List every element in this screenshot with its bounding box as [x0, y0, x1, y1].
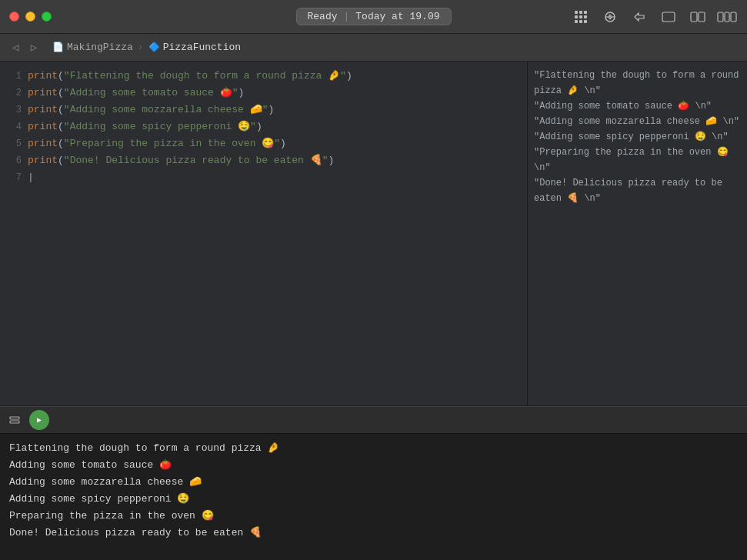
line-num-2: 2 [0, 85, 28, 102]
minimize-button[interactable] [25, 12, 35, 22]
title-bar: Ready | Today at 19.09 [0, 0, 747, 34]
status-divider: | [343, 11, 349, 22]
split-panel-button[interactable] [687, 8, 709, 25]
console-line-6: Done! Delicious pizza ready to be eaten … [9, 525, 738, 542]
output-line-5: "Preparing the pizza in the oven 😋 \n" [534, 145, 741, 175]
line-num-3: 3 [0, 102, 28, 118]
line-numbers: 1 2 3 4 5 6 7 [0, 62, 28, 405]
code-line-2: print("Adding some tomato sauce 🍅") [28, 85, 527, 102]
svg-rect-3 [691, 12, 697, 22]
line-num-4: 4 [0, 118, 28, 135]
nav-forward-button[interactable]: ▷ [26, 40, 42, 55]
svg-rect-2 [662, 12, 675, 22]
svg-rect-4 [699, 12, 705, 22]
output-line-4: "Adding some spicy pepperoni 🤤 \n" [534, 129, 741, 145]
breadcrumb-makingpizza[interactable]: 📄 MakingPizza [52, 42, 133, 53]
status-pill: Ready | Today at 19.09 [295, 8, 451, 25]
code-line-7 [28, 169, 527, 186]
code-panel[interactable]: 1 2 3 4 5 6 7 print("Flattening the doug… [0, 62, 528, 405]
console-line-3: Adding some mozzarella cheese 🧀 [9, 474, 738, 491]
function-icon: 🔷 [148, 42, 160, 53]
console-content: Flattening the dough to form a round piz… [0, 434, 747, 560]
svg-rect-6 [725, 12, 729, 22]
code-line-1: print("Flattening the dough to form a ro… [28, 68, 527, 85]
breadcrumb-makingpizza-label: MakingPizza [67, 42, 133, 53]
main-content: 1 2 3 4 5 6 7 print("Flattening the doug… [0, 62, 747, 560]
breadcrumb-pizzafunction-label: PizzaFunction [163, 42, 241, 53]
maximize-button[interactable] [42, 12, 52, 22]
breadcrumb-bar: ◁ ▷ 📄 MakingPizza › 🔷 PizzaFunction [0, 34, 747, 62]
line-num-1: 1 [0, 68, 28, 85]
console-line-4: Adding some spicy pepperoni 🤤 [9, 491, 738, 508]
editor-area: 1 2 3 4 5 6 7 print("Flattening the doug… [0, 62, 747, 406]
triple-panel-button[interactable] [716, 8, 738, 25]
nav-back-button[interactable]: ◁ [8, 40, 23, 55]
file-icon: 📄 [52, 42, 64, 53]
output-line-3: "Adding some mozzarella cheese 🧀 \n" [534, 114, 741, 129]
status-label: Ready [307, 11, 337, 22]
output-line-1: "Flattening the dough to form a round pi… [534, 68, 741, 98]
line-num-7: 7 [0, 169, 28, 186]
code-content[interactable]: print("Flattening the dough to form a ro… [28, 62, 527, 405]
breadcrumb-nav: ◁ ▷ [8, 40, 42, 55]
breadcrumb-separator: › [138, 42, 144, 53]
svg-rect-7 [731, 12, 736, 22]
console-toolbar: ▶ [0, 406, 747, 434]
code-line-3: print("Adding some mozzarella cheese 🧀") [28, 102, 527, 118]
timestamp-label: Today at 19.09 [355, 11, 439, 22]
traffic-lights [9, 12, 52, 22]
console-line-1: Flattening the dough to form a round piz… [9, 440, 738, 457]
back-forward-button[interactable] [629, 8, 650, 25]
list-view-button[interactable] [570, 8, 592, 25]
code-line-4: print("Adding some spicy pepperoni 🤤") [28, 118, 527, 135]
console-line-5: Preparing the pizza in the oven 😋 [9, 508, 738, 525]
svg-rect-5 [718, 12, 723, 22]
console-line-2: Adding some tomato sauce 🍅 [9, 457, 738, 474]
close-button[interactable] [9, 12, 19, 22]
breadcrumb-pizzafunction[interactable]: 🔷 PizzaFunction [148, 42, 241, 53]
console-area: ▶ Flattening the dough to form a round p… [0, 406, 747, 560]
title-bar-right [570, 8, 738, 25]
svg-rect-8 [10, 417, 19, 419]
code-line-5: print("Preparing the pizza in the oven 😋… [28, 135, 527, 152]
line-num-6: 6 [0, 152, 28, 169]
svg-rect-9 [10, 421, 19, 423]
title-bar-center: Ready | Today at 19.09 [295, 8, 451, 25]
share-button[interactable] [599, 8, 621, 25]
run-button[interactable]: ▶ [29, 410, 49, 430]
side-output-panel: "Flattening the dough to form a round pi… [528, 62, 747, 405]
code-line-6: print("Done! Delicious pizza ready to be… [28, 152, 527, 169]
output-line-2: "Adding some tomato sauce 🍅 \n" [534, 98, 741, 114]
output-line-6: "Done! Delicious pizza ready to be eaten… [534, 175, 741, 206]
console-collapse-button[interactable] [6, 412, 23, 428]
line-num-5: 5 [0, 135, 28, 152]
single-panel-button[interactable] [658, 8, 679, 25]
